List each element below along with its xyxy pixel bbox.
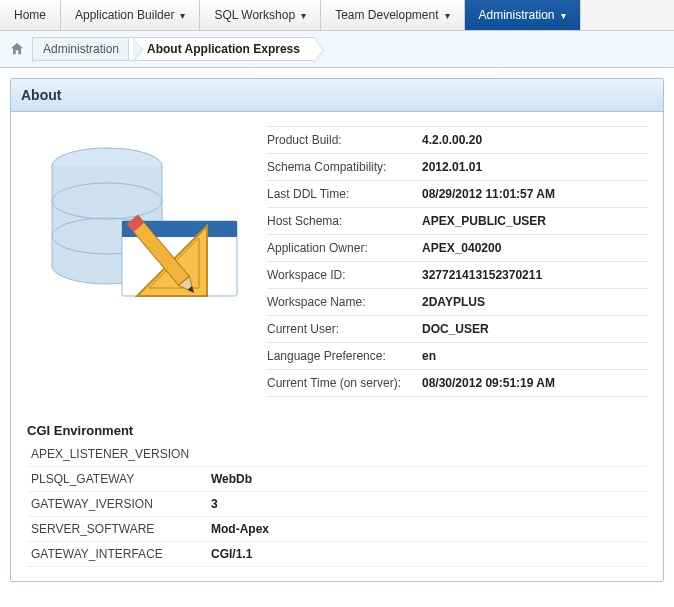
kv-value: en — [422, 349, 436, 363]
breadcrumb-label: About Application Express — [147, 42, 300, 56]
region-title: About — [11, 79, 663, 112]
breadcrumb-item-administration[interactable]: Administration — [32, 37, 134, 61]
kv-value: 08/30/2012 09:51:19 AM — [422, 376, 555, 390]
kv-value: 327721413152370211 — [422, 268, 542, 282]
kv-label: Workspace Name: — [267, 295, 422, 309]
env-value: CGI/1.1 — [207, 542, 647, 567]
kv-label: Product Build: — [267, 133, 422, 147]
tab-label: SQL Workshop — [214, 8, 295, 22]
top-nav: Home Application Builder ▾ SQL Workshop … — [0, 0, 674, 31]
tab-label: Administration — [479, 8, 555, 22]
kv-row: Workspace ID:327721413152370211 — [267, 262, 647, 289]
kv-value: APEX_PUBLIC_USER — [422, 214, 546, 228]
region-body: Product Build:4.2.0.00.20 Schema Compati… — [11, 112, 663, 581]
kv-row: Schema Compatibility:2012.01.01 — [267, 154, 647, 181]
env-value: Mod-Apex — [207, 517, 647, 542]
kv-row: Last DDL Time:08/29/2012 11:01:57 AM — [267, 181, 647, 208]
env-key: SERVER_SOFTWARE — [27, 517, 207, 542]
env-key: GATEWAY_IVERSION — [27, 492, 207, 517]
env-key: APEX_LISTENER_VERSION — [27, 442, 207, 467]
cgi-section-title: CGI Environment — [27, 423, 647, 438]
tab-label: Application Builder — [75, 8, 174, 22]
about-illustration — [27, 126, 247, 316]
table-row: GATEWAY_INTERFACECGI/1.1 — [27, 542, 647, 567]
kv-value: 2DAYPLUS — [422, 295, 485, 309]
about-region: About — [10, 78, 664, 582]
chevron-down-icon: ▾ — [561, 10, 566, 21]
kv-label: Current User: — [267, 322, 422, 336]
kv-value: APEX_040200 — [422, 241, 501, 255]
env-key: PLSQL_GATEWAY — [27, 467, 207, 492]
kv-row: Language Preference:en — [267, 343, 647, 370]
tab-label: Team Development — [335, 8, 438, 22]
kv-row: Application Owner:APEX_040200 — [267, 235, 647, 262]
kv-value: 08/29/2012 11:01:57 AM — [422, 187, 555, 201]
kv-label: Schema Compatibility: — [267, 160, 422, 174]
breadcrumb: Administration About Application Express — [0, 31, 674, 68]
table-row: PLSQL_GATEWAYWebDb — [27, 467, 647, 492]
table-row: SERVER_SOFTWAREMod-Apex — [27, 517, 647, 542]
home-icon[interactable] — [8, 41, 26, 57]
kv-row: Product Build:4.2.0.00.20 — [267, 127, 647, 154]
kv-value: 4.2.0.00.20 — [422, 133, 482, 147]
chevron-down-icon: ▾ — [445, 10, 450, 21]
cgi-environment-table: APEX_LISTENER_VERSION PLSQL_GATEWAYWebDb… — [27, 442, 647, 567]
tab-application-builder[interactable]: Application Builder ▾ — [61, 0, 200, 30]
kv-value: 2012.01.01 — [422, 160, 482, 174]
env-value: WebDb — [207, 467, 647, 492]
kv-row: Current Time (on server):08/30/2012 09:5… — [267, 370, 647, 397]
about-properties: Product Build:4.2.0.00.20 Schema Compati… — [267, 126, 647, 397]
kv-label: Language Preference: — [267, 349, 422, 363]
kv-row: Host Schema:APEX_PUBLIC_USER — [267, 208, 647, 235]
chevron-down-icon: ▾ — [301, 10, 306, 21]
tab-administration[interactable]: Administration ▾ — [465, 0, 581, 30]
kv-label: Workspace ID: — [267, 268, 422, 282]
env-value — [207, 442, 647, 467]
kv-label: Host Schema: — [267, 214, 422, 228]
kv-label: Application Owner: — [267, 241, 422, 255]
tab-home[interactable]: Home — [0, 0, 61, 30]
kv-row: Current User:DOC_USER — [267, 316, 647, 343]
breadcrumb-item-current: About Application Express — [128, 37, 315, 61]
kv-value: DOC_USER — [422, 322, 489, 336]
tab-label: Home — [14, 8, 46, 22]
content: About — [0, 68, 674, 592]
env-key: GATEWAY_INTERFACE — [27, 542, 207, 567]
tab-sql-workshop[interactable]: SQL Workshop ▾ — [200, 0, 321, 30]
table-row: APEX_LISTENER_VERSION — [27, 442, 647, 467]
breadcrumb-label: Administration — [43, 42, 119, 56]
table-row: GATEWAY_IVERSION3 — [27, 492, 647, 517]
chevron-down-icon: ▾ — [180, 10, 185, 21]
kv-label: Last DDL Time: — [267, 187, 422, 201]
kv-row: Workspace Name:2DAYPLUS — [267, 289, 647, 316]
tab-team-development[interactable]: Team Development ▾ — [321, 0, 464, 30]
env-value: 3 — [207, 492, 647, 517]
kv-label: Current Time (on server): — [267, 376, 422, 390]
